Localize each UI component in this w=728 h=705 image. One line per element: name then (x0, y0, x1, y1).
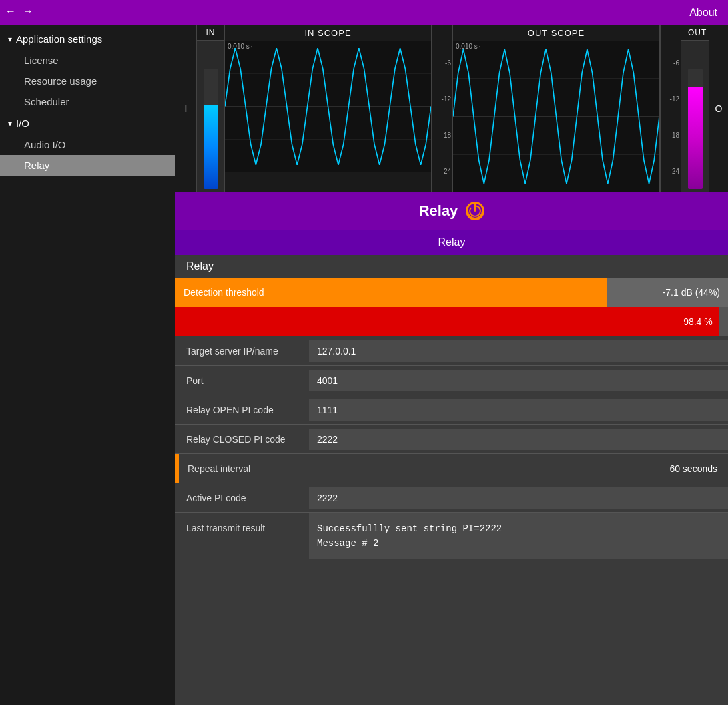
relay-subtitle-bar: Relay (175, 230, 728, 255)
about-label[interactable]: About (689, 7, 717, 19)
i-label-section: I (175, 25, 197, 192)
scale-neg6: -6 (445, 59, 451, 67)
active-pi-value: 2222 (309, 487, 728, 509)
power-icon[interactable] (466, 202, 484, 220)
level-bar-value: 98.4 % (683, 316, 713, 327)
relay-subtitle: Relay (438, 236, 466, 248)
chevron-down-icon: ▾ (8, 35, 12, 44)
relay-title: Relay (419, 202, 458, 220)
out-scope-label: OUT SCOPE (453, 25, 659, 41)
in-scope-canvas: 0.010 s← (225, 41, 431, 172)
sidebar-item-resource-usage[interactable]: Resource usage (0, 71, 175, 91)
scale-neg18: -18 (442, 132, 451, 139)
relay-closed-row: Relay CLOSED PI code 2222 (175, 425, 728, 454)
detection-threshold-row[interactable]: Detection threshold -7.1 dB (44%) (175, 278, 728, 307)
audio-io-label: Audio I/O (24, 139, 66, 150)
relay-section-header: Relay (175, 255, 728, 278)
repeat-interval-value: 60 seconds (669, 463, 728, 474)
relay-open-row: Relay OPEN PI code 1111 (175, 395, 728, 425)
out-scope-waveform (453, 41, 659, 192)
scope-bar: I IN IN SCOPE 0.010 s← (175, 25, 728, 192)
active-pi-row: Active PI code 2222 (175, 483, 728, 513)
port-value[interactable]: 4001 (309, 370, 728, 391)
target-server-label: Target server IP/name (175, 340, 309, 362)
top-bar: ← → About (0, 0, 728, 25)
sidebar: ▾ Application settings License Resource … (0, 25, 175, 705)
repeat-interval-label: Repeat interval (179, 458, 669, 479)
sidebar-io[interactable]: ▾ I/O (0, 112, 175, 134)
sidebar-item-scheduler[interactable]: Scheduler (0, 91, 175, 112)
last-transmit-value: Successfullly sent string PI=2222 Messag… (309, 513, 728, 559)
relay-closed-label: Relay CLOSED PI code (175, 429, 309, 450)
in-scale (225, 172, 431, 192)
chevron-down-icon-io: ▾ (8, 119, 12, 128)
db-scale-left: -6 -12 -18 -24 (432, 25, 453, 192)
db-scale-right: -6 -12 -18 -24 (660, 25, 681, 192)
last-transmit-line2: Message # 2 (317, 538, 378, 549)
svg-point-6 (470, 206, 481, 216)
threshold-bar-fill: Detection threshold (175, 278, 607, 307)
level-bar-row: 98.4 % (175, 307, 728, 336)
target-server-row: Target server IP/name 127.0.0.1 (175, 336, 728, 366)
in-scope-waveform (225, 41, 431, 172)
relay-panel: Detection threshold -7.1 dB (44%) 98.4 %… (175, 278, 728, 705)
target-server-value[interactable]: 127.0.0.1 (309, 340, 728, 362)
main-layout: ▾ Application settings License Resource … (0, 25, 728, 705)
relay-open-value[interactable]: 1111 (309, 399, 728, 421)
port-label: Port (175, 370, 309, 391)
threshold-label: Detection threshold (184, 287, 264, 298)
active-pi-label: Active PI code (175, 487, 309, 509)
back-button[interactable]: ← (5, 5, 16, 17)
repeat-interval-row: Repeat interval 60 seconds (175, 454, 728, 483)
in-scope-section: IN SCOPE 0.010 s← (225, 25, 432, 192)
sidebar-item-relay[interactable]: Relay (0, 155, 175, 176)
threshold-bar-value-section: -7.1 dB (44%) (607, 278, 728, 307)
forward-button[interactable]: → (23, 5, 33, 17)
scale-neg12: -12 (442, 95, 451, 103)
sidebar-item-audio-io[interactable]: Audio I/O (0, 134, 175, 155)
port-row: Port 4001 (175, 366, 728, 395)
out-meter: OUT (681, 25, 709, 192)
sidebar-item-license[interactable]: License (0, 50, 175, 71)
last-transmit-row: Last transmit result Successfullly sent … (175, 513, 728, 559)
in-scope-label: IN SCOPE (225, 25, 431, 41)
level-bar-fill: 98.4 % (175, 307, 719, 336)
threshold-value: -7.1 dB (44%) (663, 287, 720, 298)
o-label: O (715, 103, 723, 114)
scheduler-label: Scheduler (24, 96, 69, 107)
sidebar-app-settings[interactable]: ▾ Application settings (0, 28, 175, 50)
relay-closed-value[interactable]: 2222 (309, 429, 728, 450)
io-label: I/O (16, 118, 29, 129)
o-label-section: O (709, 25, 728, 192)
out-scope-canvas: 0.010 s← (453, 41, 659, 192)
last-transmit-label: Last transmit result (175, 513, 309, 543)
nav-arrows: ← → (5, 5, 33, 17)
content-panel: I IN IN SCOPE 0.010 s← (175, 25, 728, 705)
license-label: License (24, 55, 59, 66)
in-channel-label: IN (197, 25, 224, 41)
relay-title-bar: Relay (175, 192, 728, 230)
in-meter: IN (197, 25, 225, 192)
relay-open-label: Relay OPEN PI code (175, 399, 309, 421)
out-scope-section: OUT SCOPE 0.010 s← (453, 25, 660, 192)
relay-sidebar-label: Relay (24, 160, 49, 171)
out-channel-label: OUT (681, 25, 709, 41)
scale-neg24: -24 (442, 168, 451, 175)
sidebar-app-settings-label: Application settings (16, 33, 102, 45)
relay-section-label: Relay (186, 260, 214, 272)
last-transmit-line1: Successfullly sent string PI=2222 (317, 523, 502, 534)
resource-usage-label: Resource usage (24, 75, 97, 87)
i-label: I (185, 103, 188, 114)
